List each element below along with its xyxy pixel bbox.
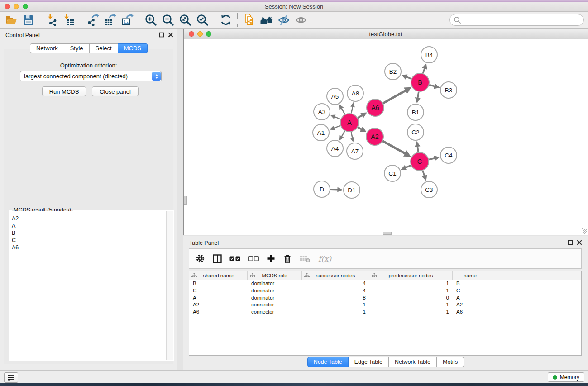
network-vscroll-thumb[interactable] xyxy=(184,196,187,205)
graph-node-C[interactable]: C xyxy=(411,152,429,171)
table-cell[interactable]: 1 xyxy=(369,280,453,287)
graph-edge-A-A1[interactable] xyxy=(330,126,340,130)
table-cell[interactable]: connector xyxy=(248,301,302,309)
zoom-fit-button[interactable] xyxy=(177,13,194,27)
table-row[interactable]: A2connector11A2 xyxy=(189,301,581,309)
table-cell[interactable]: A6 xyxy=(189,309,248,316)
table-cell[interactable]: A6 xyxy=(453,309,488,316)
minimize-window-button[interactable] xyxy=(14,4,19,9)
mcds-result-scrollbar[interactable] xyxy=(166,211,173,360)
graph-edge-D-D1[interactable] xyxy=(330,187,343,192)
mcds-result-list[interactable]: A2ABCA6 xyxy=(10,211,167,360)
search-input[interactable] xyxy=(463,15,580,24)
column-header-predecessor-nodes[interactable]: predecessor nodes xyxy=(369,271,453,280)
network-minimize-button[interactable] xyxy=(197,31,203,37)
table-row[interactable]: Bdominator41B xyxy=(189,280,581,287)
table-cell[interactable]: dominator xyxy=(248,295,302,302)
export-image-button[interactable] xyxy=(119,13,136,27)
export-network-button[interactable] xyxy=(84,13,101,27)
column-header-MCDS-role[interactable]: MCDS role xyxy=(248,271,302,280)
tab-node-table[interactable]: Node Table xyxy=(307,357,349,367)
graph-edge-A-A5[interactable] xyxy=(339,105,345,114)
zoom-out-button[interactable] xyxy=(159,13,177,27)
home-button[interactable] xyxy=(258,13,275,27)
tab-network[interactable]: Network xyxy=(30,43,64,53)
table-cell[interactable]: A xyxy=(189,295,248,302)
table-row[interactable]: Adominator80A xyxy=(189,295,581,302)
table-row[interactable]: Cdominator41C xyxy=(189,287,581,295)
graph-node-A2[interactable]: A2 xyxy=(366,128,383,145)
table-cell[interactable]: 1 xyxy=(302,309,369,316)
graph-edge-A-A6[interactable] xyxy=(358,113,367,118)
graph-node-C2[interactable]: C2 xyxy=(407,124,424,140)
add-column-button[interactable] xyxy=(267,254,275,263)
network-canvas[interactable]: AA1A2A3A4A5A6A7A8BB1B2B3B4CC1C2C3C4DD1 xyxy=(184,39,588,235)
mcds-result-item[interactable]: B xyxy=(10,229,167,237)
graph-edge-B-B2[interactable] xyxy=(402,74,411,79)
import-network-button[interactable] xyxy=(43,13,61,27)
tab-motifs[interactable]: Motifs xyxy=(437,357,464,367)
delete-table-button[interactable] xyxy=(300,254,311,263)
graph-node-A3[interactable]: A3 xyxy=(314,104,330,120)
mcds-result-item[interactable]: A xyxy=(10,222,167,229)
graph-node-B4[interactable]: B4 xyxy=(421,47,437,63)
network-window-titlebar[interactable]: testGlobe.txt xyxy=(184,29,588,39)
graph-edge-A-A7[interactable] xyxy=(350,132,354,143)
graph-node-B3[interactable]: B3 xyxy=(440,82,457,98)
graph-edge-A-A2[interactable] xyxy=(358,127,366,132)
select-all-columns-button[interactable] xyxy=(229,256,240,261)
zoom-window-button[interactable] xyxy=(23,4,28,9)
close-window-button[interactable] xyxy=(5,4,10,9)
graph-node-A4[interactable]: A4 xyxy=(327,140,343,157)
open-session-button[interactable] xyxy=(3,13,20,27)
graph-node-C4[interactable]: C4 xyxy=(440,147,457,163)
resize-grip[interactable] xyxy=(581,228,587,234)
zoom-in-button[interactable] xyxy=(142,13,159,27)
graph-node-C3[interactable]: C3 xyxy=(421,181,437,198)
task-history-button[interactable] xyxy=(4,372,18,383)
graph-node-A6[interactable]: A6 xyxy=(367,99,384,116)
close-panel-icon[interactable] xyxy=(577,240,582,245)
graph-edge-B-B4[interactable] xyxy=(422,63,427,73)
tab-select[interactable]: Select xyxy=(90,43,118,53)
mcds-result-item[interactable]: A2 xyxy=(10,215,167,222)
export-table-button[interactable] xyxy=(101,13,119,27)
graph-edge-A-A4[interactable] xyxy=(339,131,345,140)
column-header-successor-nodes[interactable]: successor nodes xyxy=(302,271,369,280)
float-panel-icon[interactable] xyxy=(159,32,164,38)
graph-edge-B-B3[interactable] xyxy=(429,84,440,89)
graph-node-A1[interactable]: A1 xyxy=(313,124,329,141)
table-cell[interactable]: 1 xyxy=(369,301,453,309)
table-cell[interactable]: C xyxy=(453,287,488,295)
criterion-select[interactable]: largest connected component (directed) xyxy=(20,71,162,81)
table-cell[interactable]: B xyxy=(189,280,248,287)
graph-edge-C-C2[interactable] xyxy=(415,141,420,152)
hide-unselected-button[interactable] xyxy=(275,13,292,27)
table-cell[interactable]: 1 xyxy=(369,309,453,316)
graph-node-D1[interactable]: D1 xyxy=(344,182,360,198)
graph-node-C1[interactable]: C1 xyxy=(384,165,401,181)
table-row[interactable]: A6connector11A6 xyxy=(189,309,581,316)
refresh-button[interactable] xyxy=(217,13,234,27)
column-header-name[interactable]: name xyxy=(453,271,488,280)
save-session-button[interactable] xyxy=(20,13,37,27)
column-header-shared-name[interactable]: shared name xyxy=(189,271,248,280)
clone-network-button[interactable] xyxy=(241,13,258,27)
graph-edge-A2-C[interactable] xyxy=(382,141,411,157)
table-cell[interactable]: B xyxy=(453,280,488,287)
table-cell[interactable]: dominator xyxy=(248,280,302,287)
table-cell[interactable]: A2 xyxy=(453,301,488,309)
function-builder-button[interactable]: f(x) xyxy=(318,254,331,263)
graph-node-A7[interactable]: A7 xyxy=(347,143,363,159)
graph-node-A[interactable]: A xyxy=(340,114,359,132)
graph-edge-C-C3[interactable] xyxy=(422,171,427,181)
graph-node-B2[interactable]: B2 xyxy=(385,63,401,80)
delete-column-button[interactable] xyxy=(283,254,292,263)
run-mcds-button[interactable]: Run MCDS xyxy=(42,86,86,96)
settings-gear-button[interactable] xyxy=(196,254,205,263)
close-panel-icon[interactable] xyxy=(168,32,173,38)
deselect-all-columns-button[interactable] xyxy=(248,256,259,261)
graph-edge-B-B1[interactable] xyxy=(415,92,421,103)
tab-style[interactable]: Style xyxy=(64,43,90,53)
table-cell[interactable]: 1 xyxy=(369,287,453,295)
